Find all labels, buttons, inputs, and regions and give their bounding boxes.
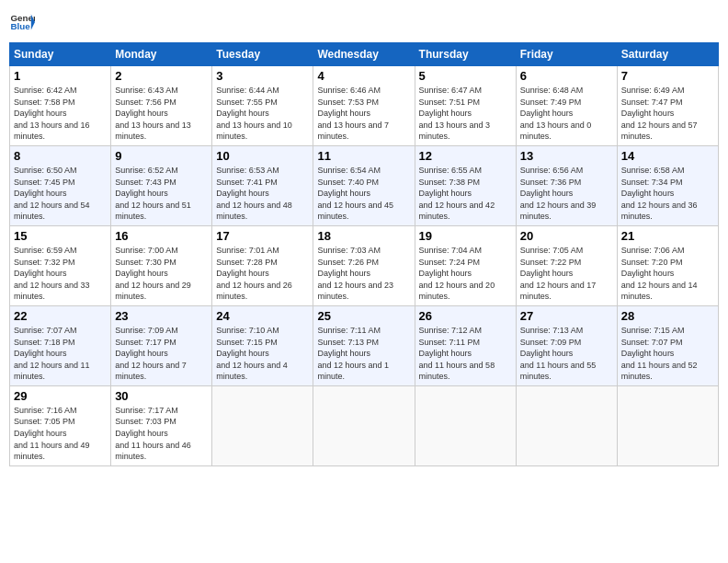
table-row: 24 Sunrise: 7:10 AMSunset: 7:15 PMDaylig…	[212, 305, 313, 385]
table-row: 10 Sunrise: 6:53 AMSunset: 7:41 PMDaylig…	[212, 145, 313, 225]
table-row: 5 Sunrise: 6:47 AMSunset: 7:51 PMDayligh…	[415, 66, 516, 146]
table-row: 21 Sunrise: 7:06 AMSunset: 7:20 PMDaylig…	[617, 225, 718, 305]
header-row: Sunday Monday Tuesday Wednesday Thursday…	[10, 43, 719, 66]
svg-text:Blue: Blue	[10, 21, 30, 31]
table-row: 16 Sunrise: 7:00 AMSunset: 7:30 PMDaylig…	[111, 225, 212, 305]
col-friday: Friday	[516, 43, 617, 66]
table-row: 30 Sunrise: 7:17 AMSunset: 7:03 PMDaylig…	[111, 385, 212, 465]
table-row: 8 Sunrise: 6:50 AMSunset: 7:45 PMDayligh…	[10, 145, 111, 225]
logo-icon: General Blue	[9, 9, 35, 35]
col-tuesday: Tuesday	[212, 43, 313, 66]
table-row: 11 Sunrise: 6:54 AMSunset: 7:40 PMDaylig…	[313, 145, 415, 225]
col-wednesday: Wednesday	[313, 43, 415, 66]
table-row: 23 Sunrise: 7:09 AMSunset: 7:17 PMDaylig…	[111, 305, 212, 385]
table-row: 25 Sunrise: 7:11 AMSunset: 7:13 PMDaylig…	[313, 305, 415, 385]
col-sunday: Sunday	[10, 43, 111, 66]
table-row: 29 Sunrise: 7:16 AMSunset: 7:05 PMDaylig…	[10, 385, 111, 465]
table-row: 20 Sunrise: 7:05 AMSunset: 7:22 PMDaylig…	[516, 225, 617, 305]
table-row: 6 Sunrise: 6:48 AMSunset: 7:49 PMDayligh…	[516, 66, 617, 146]
table-row: 13 Sunrise: 6:56 AMSunset: 7:36 PMDaylig…	[516, 145, 617, 225]
table-row	[617, 385, 718, 465]
table-row	[212, 385, 313, 465]
table-row: 26 Sunrise: 7:12 AMSunset: 7:11 PMDaylig…	[415, 305, 516, 385]
calendar-table: Sunday Monday Tuesday Wednesday Thursday…	[9, 42, 719, 466]
table-row: 2 Sunrise: 6:43 AMSunset: 7:56 PMDayligh…	[111, 66, 212, 146]
table-row: 22 Sunrise: 7:07 AMSunset: 7:18 PMDaylig…	[10, 305, 111, 385]
table-row: 15 Sunrise: 6:59 AMSunset: 7:32 PMDaylig…	[10, 225, 111, 305]
table-row: 9 Sunrise: 6:52 AMSunset: 7:43 PMDayligh…	[111, 145, 212, 225]
table-row: 17 Sunrise: 7:01 AMSunset: 7:28 PMDaylig…	[212, 225, 313, 305]
table-row: 12 Sunrise: 6:55 AMSunset: 7:38 PMDaylig…	[415, 145, 516, 225]
page-header: General Blue	[9, 9, 719, 35]
col-thursday: Thursday	[415, 43, 516, 66]
table-row: 27 Sunrise: 7:13 AMSunset: 7:09 PMDaylig…	[516, 305, 617, 385]
table-row	[516, 385, 617, 465]
logo: General Blue	[9, 9, 35, 35]
table-row: 14 Sunrise: 6:58 AMSunset: 7:34 PMDaylig…	[617, 145, 718, 225]
table-row	[313, 385, 415, 465]
table-row: 3 Sunrise: 6:44 AMSunset: 7:55 PMDayligh…	[212, 66, 313, 146]
table-row: 7 Sunrise: 6:49 AMSunset: 7:47 PMDayligh…	[617, 66, 718, 146]
table-row	[415, 385, 516, 465]
table-row: 4 Sunrise: 6:46 AMSunset: 7:53 PMDayligh…	[313, 66, 415, 146]
col-saturday: Saturday	[617, 43, 718, 66]
table-row: 1 Sunrise: 6:42 AMSunset: 7:58 PMDayligh…	[10, 66, 111, 146]
table-row: 19 Sunrise: 7:04 AMSunset: 7:24 PMDaylig…	[415, 225, 516, 305]
table-row: 18 Sunrise: 7:03 AMSunset: 7:26 PMDaylig…	[313, 225, 415, 305]
table-row: 28 Sunrise: 7:15 AMSunset: 7:07 PMDaylig…	[617, 305, 718, 385]
col-monday: Monday	[111, 43, 212, 66]
